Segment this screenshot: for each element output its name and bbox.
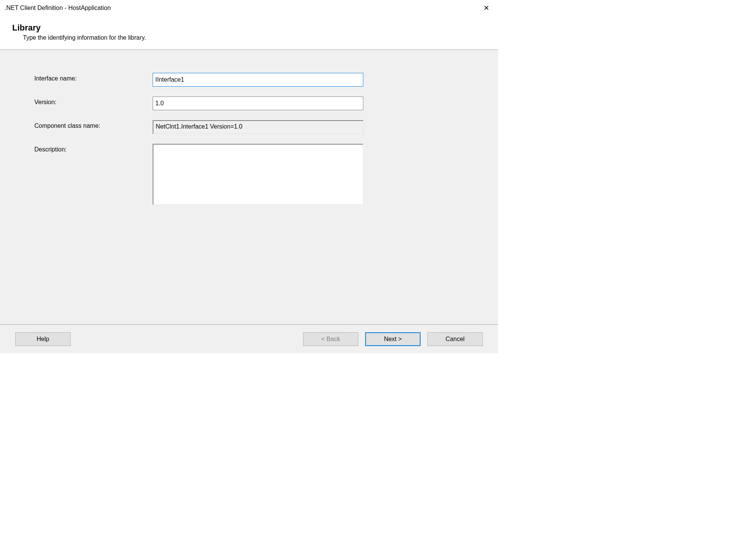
header-area: Library Type the identifying information…	[0, 16, 498, 50]
window-title: .NET Client Definition - HostApplication	[5, 5, 111, 11]
component-class-readonly: NetClnt1.Interface1 Version=1.0	[153, 120, 363, 134]
version-label: Version:	[23, 97, 153, 106]
close-icon[interactable]: ✕	[480, 4, 492, 12]
description-textarea[interactable]	[153, 144, 363, 205]
dialog-window: .NET Client Definition - HostApplication…	[0, 0, 498, 353]
row-interface-name: Interface name:	[23, 73, 475, 87]
page-subtitle: Type the identifying information for the…	[23, 34, 486, 41]
cancel-button[interactable]: Cancel	[427, 332, 483, 346]
page-title: Library	[12, 23, 486, 33]
titlebar: .NET Client Definition - HostApplication…	[0, 0, 498, 16]
component-class-label: Component class name:	[23, 120, 153, 129]
row-version: Version:	[23, 97, 475, 110]
version-input[interactable]	[153, 97, 363, 110]
content-area: Interface name: Version: Component class…	[0, 50, 498, 324]
interface-name-input[interactable]	[153, 73, 363, 87]
next-button[interactable]: Next >	[365, 332, 421, 346]
button-bar: Help < Back Next > Cancel	[0, 324, 498, 353]
interface-name-label: Interface name:	[23, 73, 153, 82]
back-button: < Back	[303, 332, 358, 346]
row-component-class: Component class name: NetClnt1.Interface…	[23, 120, 475, 134]
description-label: Description:	[23, 144, 153, 153]
row-description: Description:	[23, 144, 475, 206]
help-button[interactable]: Help	[15, 332, 71, 346]
